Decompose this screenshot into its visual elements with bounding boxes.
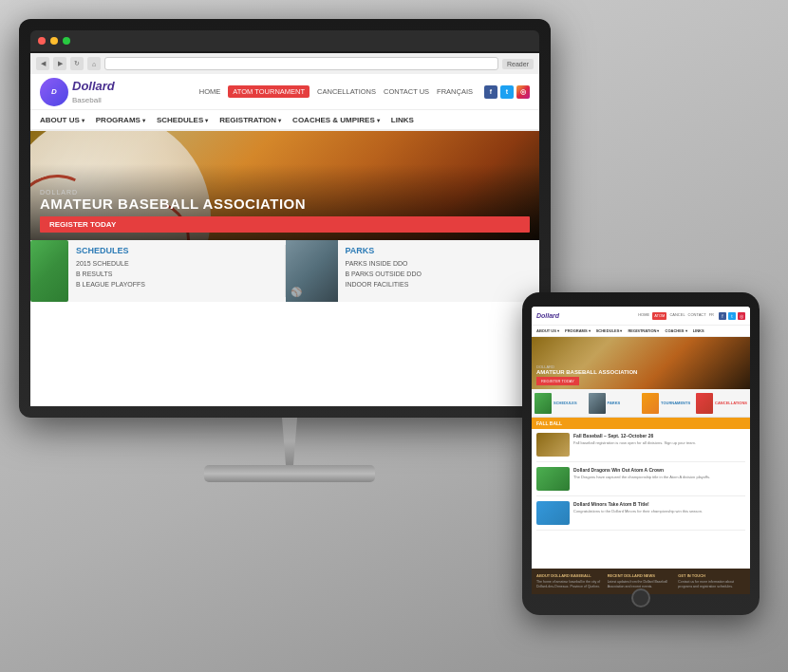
- schedules-content: SCHEDULES 2015 SCHEDULE B RESULTS B LEAG…: [68, 240, 285, 302]
- monitor-top-bar: [30, 30, 539, 51]
- tablet-main-nav-coaches[interactable]: COACHES ▾: [666, 328, 687, 333]
- tablet-cancellations-icon: [696, 393, 713, 414]
- tablet-header: Dollard HOME ATOM CANCEL CONTACT FR f t …: [532, 307, 750, 326]
- back-button[interactable]: ◀: [36, 57, 49, 70]
- schedules-thumbnail: [30, 240, 68, 302]
- nav-about[interactable]: ABOUT US ▾: [40, 116, 84, 124]
- tablet-schedules-text: SCHEDULES: [553, 401, 577, 405]
- parks-thumbnail: [286, 240, 338, 302]
- tablet-nav-contact[interactable]: CONTACT: [688, 312, 706, 320]
- instagram-icon[interactable]: ◎: [516, 85, 530, 99]
- facebook-icon[interactable]: f: [484, 85, 497, 99]
- close-dot[interactable]: [38, 37, 46, 45]
- tablet-footer-title-2: RECENT DOLLARD NEWS: [608, 573, 675, 578]
- news-thumb-2: [536, 467, 570, 491]
- tablet-main-nav-registration[interactable]: REGISTRATION ▾: [628, 328, 659, 333]
- home-button[interactable]: ⌂: [87, 57, 101, 70]
- tablet-parks-icon: [589, 393, 606, 414]
- main-nav: ABOUT US ▾ PROGRAMS ▾ SCHEDULES ▾ REGIST…: [30, 110, 539, 131]
- monitor-frame: ◀ ▶ ↻ ⌂ Reader D Dollard: [19, 19, 551, 418]
- tablet-tournaments-icon: [642, 393, 659, 414]
- tablet-news-content: Fall Baseball – Sept. 12–October 26 Fall…: [532, 429, 750, 539]
- tablet-nav-francais[interactable]: FR: [709, 312, 714, 320]
- forward-button[interactable]: ▶: [53, 57, 66, 70]
- monitor-stand-neck: [271, 418, 309, 465]
- tablet-nav-bar: ABOUT US ▾ PROGRAMS ▾ SCHEDULES ▾ REGIST…: [532, 326, 750, 337]
- nav-registration[interactable]: REGISTRATION ▾: [219, 116, 281, 124]
- top-nav-home[interactable]: HOME: [199, 87, 221, 96]
- monitor-stand-base: [204, 465, 375, 482]
- maximize-dot[interactable]: [63, 37, 70, 45]
- tablet-nav-home[interactable]: HOME: [638, 312, 649, 320]
- tablet-nav-cancellations[interactable]: CANCEL: [669, 312, 685, 320]
- twitter-icon[interactable]: t: [500, 85, 514, 99]
- tablet-news-item-1: Fall Baseball – Sept. 12–October 26 Fall…: [536, 433, 745, 462]
- browser-bar: ◀ ▶ ↻ ⌂ Reader: [30, 53, 539, 74]
- top-nav-tournament[interactable]: ATOM TOURNAMENT: [228, 85, 310, 98]
- news-text-3: Dollard Minors Take Atom B Title! Congra…: [573, 501, 745, 525]
- parks-title: PARKS: [346, 246, 533, 255]
- tablet-main-nav-about[interactable]: ABOUT US ▾: [536, 328, 559, 333]
- tablet-top-nav: HOME ATOM CANCEL CONTACT FR f t ◎: [638, 312, 745, 320]
- logo-subtitle: Baseball: [72, 96, 102, 104]
- site-logo: D Dollard Baseball: [40, 78, 115, 106]
- tablet-tournaments-section: TOURNAMENTS: [639, 389, 693, 417]
- news-desc-3: Congratulations to the Dollard Minors fo…: [573, 509, 745, 514]
- tablet-home-button[interactable]: [631, 588, 650, 607]
- tablet-cancellations-text: CANCELLATIONS: [715, 401, 747, 405]
- tablet-schedules-icon: [535, 393, 552, 414]
- tablet-tournaments-text: TOURNAMENTS: [661, 401, 690, 405]
- tablet-twitter-icon[interactable]: t: [728, 312, 736, 320]
- top-nav-cancellations[interactable]: CANCELLATIONS: [317, 87, 376, 96]
- top-nav-francais[interactable]: FRANÇAIS: [437, 87, 473, 96]
- hero-section: DOLLARD AMATEUR BASEBALL ASSOCIATION REG…: [30, 131, 539, 240]
- tablet-frame: Dollard HOME ATOM CANCEL CONTACT FR f t …: [522, 292, 760, 615]
- schedules-section: SCHEDULES 2015 SCHEDULE B RESULTS B LEAG…: [30, 240, 285, 302]
- news-desc-1: Fall baseball registration is now open f…: [573, 440, 745, 446]
- tablet: Dollard HOME ATOM CANCEL CONTACT FR f t …: [522, 292, 760, 615]
- hero-title: AMATEUR BASEBALL ASSOCIATION: [40, 196, 530, 212]
- parks-links: PARKS INSIDE DDO B PARKS OUTSIDE DDO IND…: [346, 258, 533, 290]
- site-sections: SCHEDULES 2015 SCHEDULE B RESULTS B LEAG…: [30, 240, 539, 302]
- site-header: D Dollard Baseball HOME ATOM TOURNAMENT …: [30, 74, 539, 110]
- tablet-main-nav-links[interactable]: LINKS: [693, 328, 704, 333]
- monitor-screen: D Dollard Baseball HOME ATOM TOURNAMENT …: [30, 74, 539, 406]
- tablet-facebook-icon[interactable]: f: [719, 312, 726, 320]
- minimize-dot[interactable]: [50, 37, 58, 45]
- hero-overlay: DOLLARD AMATEUR BASEBALL ASSOCIATION REG…: [30, 164, 539, 240]
- tablet-parks-section: PARKS: [586, 389, 640, 417]
- news-text-2: Dollard Dragons Win Out Atom A Crown The…: [573, 467, 745, 491]
- tablet-nav-tournament[interactable]: ATOM: [652, 312, 666, 320]
- tablet-footer-col-1: ABOUT DOLLARD BASEBALL The home of amate…: [536, 573, 604, 578]
- monitor: ◀ ▶ ↻ ⌂ Reader D Dollard: [19, 19, 560, 607]
- schedules-title: SCHEDULES: [76, 246, 277, 255]
- social-icons: f t ◎: [484, 85, 530, 99]
- parks-content: PARKS PARKS INSIDE DDO B PARKS OUTSIDE D…: [338, 240, 540, 302]
- nav-programs[interactable]: PROGRAMS ▾: [96, 116, 145, 124]
- nav-coaches[interactable]: COACHES & UMPIRES ▾: [292, 116, 380, 124]
- tablet-news-item-2: Dollard Dragons Win Out Atom A Crown The…: [536, 467, 745, 496]
- tablet-instagram-icon[interactable]: ◎: [738, 312, 745, 320]
- top-nav-contact[interactable]: CONTACT US: [384, 87, 429, 96]
- reader-button[interactable]: Reader: [502, 59, 534, 69]
- tablet-main-nav-programs[interactable]: PROGRAMS ▾: [565, 328, 591, 333]
- tablet-main-nav-schedules[interactable]: SCHEDULES ▾: [596, 328, 623, 333]
- news-title-1: Fall Baseball – Sept. 12–October 26: [573, 433, 745, 439]
- coaches-arrow: ▾: [377, 117, 380, 123]
- nav-schedules[interactable]: SCHEDULES ▾: [157, 116, 208, 124]
- tablet-hero-title: AMATEUR BASEBALL ASSOCIATION: [536, 369, 745, 375]
- refresh-button[interactable]: ↻: [70, 57, 84, 70]
- register-button[interactable]: REGISTER TODAY: [40, 216, 530, 233]
- nav-links[interactable]: LINKS: [391, 116, 414, 124]
- tablet-parks-text: PARKS: [608, 401, 621, 405]
- logo-circle: D: [40, 78, 68, 106]
- website: D Dollard Baseball HOME ATOM TOURNAMENT …: [30, 74, 539, 406]
- news-text-1: Fall Baseball – Sept. 12–October 26 Fall…: [573, 433, 745, 457]
- tablet-hero-content: DOLLARD AMATEUR BASEBALL ASSOCIATION REG…: [536, 364, 745, 385]
- url-bar[interactable]: [104, 57, 498, 70]
- tablet-register-button[interactable]: REGISTER TODAY: [536, 377, 579, 385]
- tablet-cancellations-section: CANCELLATIONS: [693, 389, 750, 417]
- tablet-schedules-section: SCHEDULES: [532, 389, 586, 417]
- top-nav: HOME ATOM TOURNAMENT CANCELLATIONS CONTA…: [199, 85, 530, 99]
- tablet-news-item-3: Dollard Minors Take Atom B Title! Congra…: [536, 501, 745, 531]
